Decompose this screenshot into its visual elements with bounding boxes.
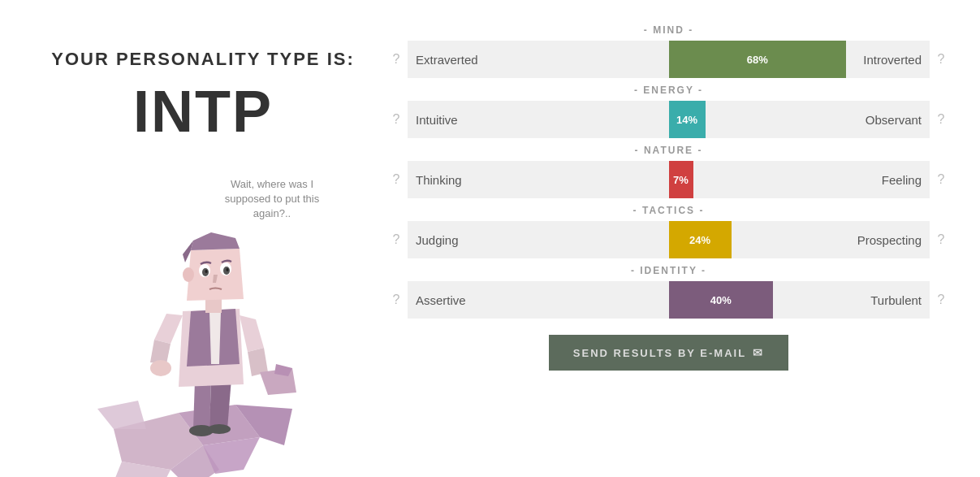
page-wrapper: YOUR PERSONALITY TYPE IS: INTP Wait, whe…	[0, 0, 980, 477]
question-left-1[interactable]: ?	[390, 112, 403, 127]
trait-bar-2: ThinkingFeeling7%	[408, 161, 930, 198]
trait-row-2: ?ThinkingFeeling7%?	[390, 161, 948, 198]
trait-fill-0: 68%	[669, 41, 847, 78]
question-left-0[interactable]: ?	[390, 52, 403, 67]
right-section: - MIND -?ExtravertedIntroverted68%?- ENE…	[373, 16, 948, 371]
trait-category-0: - MIND -	[390, 24, 948, 36]
svg-point-28	[205, 270, 208, 273]
question-right-1[interactable]: ?	[935, 112, 948, 127]
svg-marker-6	[97, 401, 146, 429]
trait-fill-4: 40%	[669, 281, 774, 319]
trait-right-label-1: Observant	[866, 113, 922, 127]
mail-icon: ✉	[753, 346, 764, 359]
svg-marker-13	[209, 311, 221, 364]
trait-row-3: ?JudgingProspecting24%?	[390, 221, 948, 258]
trait-category-4: - IDENTITY -	[390, 265, 948, 276]
trait-bar-0: ExtravertedIntroverted68%	[408, 41, 930, 78]
trait-category-3: - TACTICS -	[390, 205, 948, 216]
svg-point-31	[227, 268, 229, 271]
trait-group-4: - IDENTITY -?AssertiveTurbulent40%?	[390, 265, 948, 319]
trait-category-1: - ENERGY -	[390, 85, 948, 96]
svg-marker-23	[191, 232, 240, 250]
trait-left-label-3: Judging	[416, 233, 459, 247]
svg-marker-17	[240, 315, 264, 352]
question-left-3[interactable]: ?	[390, 232, 403, 247]
trait-fill-1: 14%	[669, 101, 706, 138]
trait-left-label-1: Intuitive	[416, 113, 458, 127]
question-right-2[interactable]: ?	[935, 172, 948, 187]
svg-marker-7	[193, 380, 211, 429]
svg-marker-14	[154, 314, 183, 344]
trait-bar-1: IntuitiveObservant14%	[408, 101, 930, 138]
trait-bar-3: JudgingProspecting24%	[408, 221, 930, 258]
send-results-button[interactable]: SEND RESULTS BY E-MAIL ✉	[549, 335, 788, 371]
trait-row-0: ?ExtravertedIntroverted68%?	[390, 41, 948, 78]
character-area: Wait, where was I supposed to put this a…	[73, 169, 333, 477]
trait-category-2: - NATURE -	[390, 145, 948, 156]
left-section: YOUR PERSONALITY TYPE IS: INTP Wait, whe…	[32, 16, 373, 477]
trait-group-1: - ENERGY -?IntuitiveObservant14%?	[390, 85, 948, 138]
trait-group-2: - NATURE -?ThinkingFeeling7%?	[390, 145, 948, 198]
trait-group-3: - TACTICS -?JudgingProspecting24%?	[390, 205, 948, 258]
traits-container: - MIND -?ExtravertedIntroverted68%?- ENE…	[390, 24, 948, 319]
trait-left-label-4: Assertive	[416, 293, 466, 307]
personality-type: INTP	[133, 78, 273, 145]
trait-fill-3: 24%	[669, 221, 732, 258]
send-button-area: SEND RESULTS BY E-MAIL ✉	[390, 335, 948, 371]
character-illustration	[73, 169, 317, 477]
trait-bar-4: AssertiveTurbulent40%	[408, 281, 930, 319]
svg-point-16	[150, 360, 171, 376]
trait-row-4: ?AssertiveTurbulent40%?	[390, 281, 948, 319]
question-right-4[interactable]: ?	[935, 293, 948, 307]
trait-right-label-0: Introverted	[863, 53, 922, 67]
svg-point-25	[183, 267, 194, 282]
title-section: YOUR PERSONALITY TYPE IS: INTP	[32, 49, 373, 145]
trait-left-label-0: Extraverted	[416, 53, 478, 67]
trait-right-label-3: Prospecting	[857, 233, 922, 247]
trait-row-1: ?IntuitiveObservant14%?	[390, 101, 948, 138]
svg-point-10	[208, 424, 231, 434]
trait-right-label-2: Feeling	[882, 173, 922, 187]
question-left-2[interactable]: ?	[390, 172, 403, 187]
trait-left-label-2: Thinking	[416, 173, 462, 187]
question-right-3[interactable]: ?	[935, 232, 948, 247]
title-prefix: YOUR PERSONALITY TYPE IS:	[51, 49, 355, 70]
trait-group-0: - MIND -?ExtravertedIntroverted68%?	[390, 24, 948, 78]
question-left-4[interactable]: ?	[390, 293, 403, 307]
question-right-0[interactable]: ?	[935, 52, 948, 67]
trait-right-label-4: Turbulent	[870, 293, 922, 307]
trait-fill-2: 7%	[669, 161, 693, 198]
send-button-label: SEND RESULTS BY E-MAIL	[573, 347, 746, 359]
